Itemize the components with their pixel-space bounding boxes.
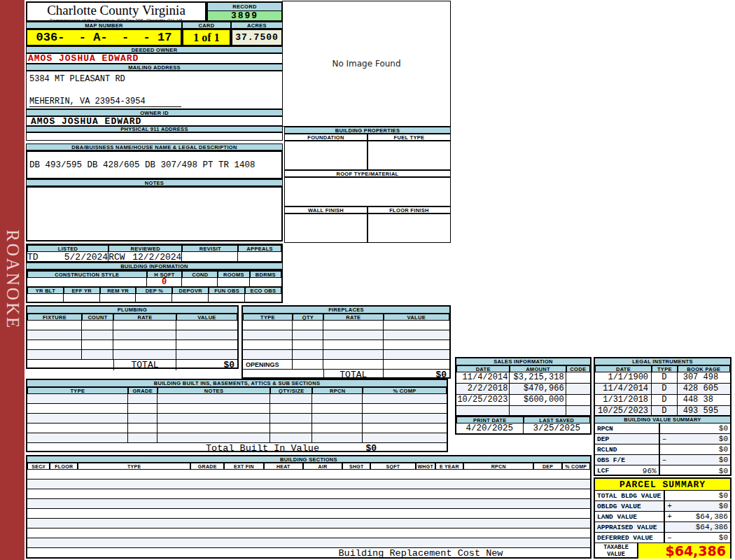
owner-id-label: OWNER ID bbox=[26, 109, 283, 116]
bs-col-extfin: EXT FIN bbox=[224, 463, 263, 470]
notes-label: NOTES bbox=[26, 179, 283, 186]
map-value-row: 036- - A- - - 17 1 of 1 37.7500 bbox=[26, 29, 283, 46]
card-label: CARD bbox=[182, 22, 231, 29]
fireplaces-col-type: TYPE bbox=[243, 314, 293, 321]
building-value-summary-title: BUILDING VALUE SUMMARY bbox=[595, 416, 730, 424]
fireplaces-row bbox=[243, 340, 449, 350]
side-banner: ROANOKE bbox=[0, 0, 24, 560]
built-ins-col-rpcn: RPCN bbox=[312, 387, 363, 394]
wall-finish-label: WALL FINISH bbox=[284, 206, 368, 214]
fuel-type-value bbox=[368, 141, 451, 170]
building-value-summary: BUILDING VALUE SUMMARY RPCN $0 DEP – $0 bbox=[594, 415, 732, 476]
building-info-value-row2 bbox=[27, 294, 281, 303]
bs-col-air: AIR bbox=[303, 463, 342, 470]
print-date-value: 4/20/2025 bbox=[456, 424, 524, 433]
plumbing-row bbox=[27, 321, 237, 330]
foundation-label: FOUNDATION bbox=[284, 134, 368, 141]
record-value: 3899 bbox=[208, 11, 281, 20]
sale-amount: $3,215,318 bbox=[510, 372, 566, 383]
built-ins-header-row: TYPE GRADE NOTES QTY/SIZE RPCN % COMP bbox=[27, 387, 447, 394]
record-box: RECORD 3899 bbox=[206, 1, 283, 22]
legal-row: 1/1/1900 D 307 498 bbox=[595, 372, 730, 384]
last-saved-value: 3/25/2025 bbox=[524, 424, 591, 433]
print-info-header-row: PRINT DATE LAST SAVED bbox=[456, 416, 590, 424]
legal-type: D bbox=[652, 372, 678, 383]
listed-by: TD bbox=[27, 252, 38, 261]
parcel-summary-row: OBLDG VALUE + $0 bbox=[595, 501, 730, 512]
plumbing-table: PLUMBING FIXTURE COUNT RATE VALUE TOTAL … bbox=[26, 305, 239, 369]
property-photo-placeholder: No Image Found bbox=[282, 1, 451, 127]
banner-vertical-text: ROANOKE bbox=[3, 230, 22, 330]
parcel-summary-row: APPRAISED VALUE $64,386 bbox=[595, 522, 730, 533]
building-info-header-row1: CONSTRUCTION STYLE H SQFT COND ROOMS BDR… bbox=[27, 271, 281, 278]
building-info-header-row2: YR BLT EFF YR REM YR DEP % DEPOVR FUN OB… bbox=[27, 287, 281, 294]
mailing-address-label: MAILING ADDRESS bbox=[26, 64, 283, 71]
legal-col-bookpage: BOOK PAGE bbox=[678, 365, 730, 372]
legal-col-date: DATE bbox=[595, 365, 652, 372]
sale-date: 11/4/2014 bbox=[456, 372, 510, 383]
sale-amount: $470,966 bbox=[510, 384, 566, 394]
depovr-label: DEPOVR bbox=[172, 287, 209, 294]
ps-label: DEFERRED VALUE bbox=[595, 533, 665, 542]
bvs-label: LCF bbox=[595, 467, 609, 475]
sales-information-title: SALES INFORMATION bbox=[456, 358, 590, 365]
bvs-value: $0 bbox=[719, 445, 730, 454]
roof-value bbox=[284, 177, 451, 206]
building-sections-row bbox=[27, 519, 590, 528]
legal-type: D bbox=[652, 384, 678, 394]
hsqft-value: 0 bbox=[147, 278, 183, 286]
print-date-label: PRINT DATE bbox=[456, 416, 524, 424]
building-properties-title: BUILDING PROPERTIES bbox=[284, 127, 451, 134]
ps-value: $0 bbox=[719, 491, 730, 500]
last-saved-label: LAST SAVED bbox=[524, 416, 591, 424]
reviewed-label: REVIEWED bbox=[108, 245, 182, 252]
bvs-value: $0 bbox=[719, 435, 730, 443]
ps-value: $64,386 bbox=[696, 523, 730, 531]
legal-date: 1/31/2018 bbox=[595, 395, 652, 405]
built-ins-col-grade: GRADE bbox=[128, 387, 158, 394]
built-ins-total-value: $0 bbox=[365, 443, 377, 454]
sale-code bbox=[566, 372, 590, 383]
parcel-summary-row: LAND VALUE + $64,386 bbox=[595, 512, 730, 522]
built-ins-total-label: Total Built In Value bbox=[206, 443, 319, 454]
bdrms-label: BDRMS bbox=[250, 271, 281, 278]
listed-cell: TD 5/2/2024 bbox=[27, 252, 108, 261]
bs-col-sec: SEC# bbox=[27, 463, 50, 470]
mailing-address-box: 5384 MT PLEASANT RD MEHERRIN, VA 23954-3… bbox=[26, 71, 283, 109]
sales-col-amount: AMOUNT bbox=[510, 365, 566, 372]
plumbing-row bbox=[27, 340, 237, 350]
building-sections-row bbox=[27, 538, 590, 548]
bs-col-dep: DEP bbox=[533, 463, 561, 470]
building-sections-row bbox=[27, 509, 590, 519]
sales-col-code: CODE bbox=[566, 365, 590, 372]
wall-finish-value bbox=[284, 214, 368, 243]
built-ins-row bbox=[27, 433, 447, 443]
plumbing-col-rate: RATE bbox=[113, 314, 176, 321]
notes-box bbox=[26, 186, 283, 241]
plumbing-col-fixture: FIXTURE bbox=[27, 314, 82, 321]
map-number-value: 036- - A- - - 17 bbox=[26, 29, 182, 46]
yr-blt-label: YR BLT bbox=[27, 287, 64, 294]
print-info-table: PRINT DATE LAST SAVED 4/20/2025 3/25/202… bbox=[455, 415, 592, 435]
building-sections-row bbox=[27, 470, 590, 479]
plumbing-col-value: VALUE bbox=[176, 314, 237, 321]
building-sections-title: BUILDING SECTIONS bbox=[27, 456, 590, 463]
legal-date: 1/1/1900 bbox=[595, 372, 652, 383]
sale-code bbox=[566, 395, 590, 405]
bs-col-comp: % COMP bbox=[562, 463, 590, 470]
legal-col-type: TYPE bbox=[652, 365, 678, 372]
mailing-address-line2: MEHERRIN, VA 23954-3954 bbox=[29, 97, 181, 107]
building-sections-row bbox=[27, 479, 590, 489]
built-ins-row bbox=[27, 424, 447, 433]
eco-obs-label: ECO OBS bbox=[245, 287, 281, 294]
owner-id-box: AMOS JOSHUA EDWARD bbox=[26, 116, 283, 126]
acres-value: 37.7500 bbox=[231, 29, 283, 46]
legal-description-box: DB 493/595 DB 428/605 DB 307/498 PT TR 1… bbox=[26, 150, 283, 179]
floor-finish-label: FLOOR FINISH bbox=[368, 206, 451, 214]
built-ins-col-notes: NOTES bbox=[158, 387, 271, 394]
legal-description-value: DB 493/595 DB 428/605 DB 307/498 PT TR 1… bbox=[27, 160, 255, 170]
revisit-label: REVISIT bbox=[182, 245, 238, 252]
built-ins-title: BUILDING BUILT INS, BASEMENTS, ATTICS & … bbox=[27, 380, 447, 387]
sales-header-row: DATE AMOUNT CODE bbox=[456, 365, 590, 372]
bvs-row: LCF 96% $0 bbox=[595, 465, 730, 476]
